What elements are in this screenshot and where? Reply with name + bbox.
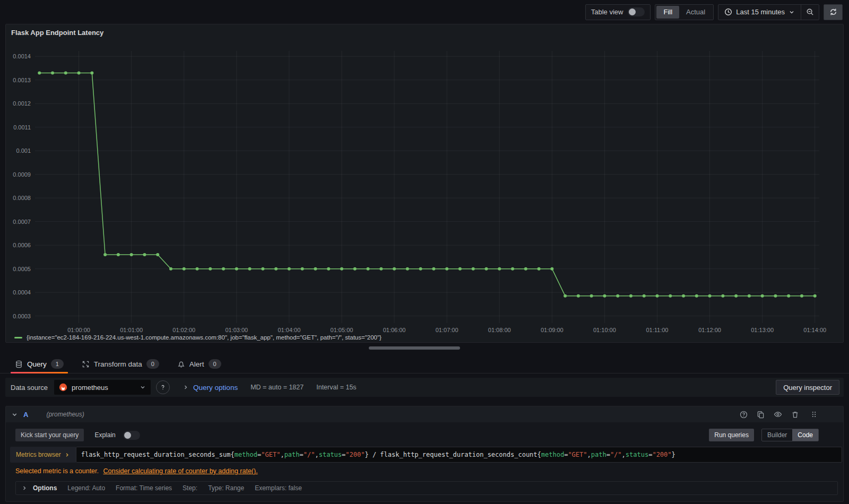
interval-summary: Interval = 15s — [316, 384, 356, 391]
counter-warning: Selected metric is a counter. Consider c… — [15, 467, 838, 475]
transform-icon — [82, 360, 90, 368]
table-view-toggle[interactable] — [628, 7, 645, 16]
svg-text:01:00:00: 01:00:00 — [67, 327, 90, 333]
options-label[interactable]: Options — [33, 484, 57, 492]
time-picker-group: Last 15 minutes — [718, 4, 819, 20]
svg-text:0.0006: 0.0006 — [13, 242, 31, 248]
tab-query-count: 1 — [51, 359, 64, 369]
option-format: Format: Time series — [116, 484, 172, 492]
query-inspector-button[interactable]: Query inspector — [776, 380, 839, 395]
svg-text:0.0014: 0.0014 — [13, 53, 31, 59]
toggle-knob — [629, 8, 636, 15]
toggle-knob — [124, 432, 131, 439]
tab-alert-label: Alert — [189, 360, 204, 368]
question-circle-icon — [740, 411, 748, 419]
angle-right-icon — [21, 485, 28, 491]
explain-label: Explain — [94, 431, 115, 439]
code-option[interactable]: Code — [792, 429, 818, 441]
actual-option[interactable]: Actual — [679, 6, 712, 19]
zoom-out-time-button[interactable] — [801, 5, 819, 20]
refresh-button[interactable] — [824, 4, 843, 20]
table-view-control: Table view — [585, 4, 651, 20]
latency-panel: Flask App Endpoint Latency 0.00140.00130… — [5, 24, 844, 343]
chevron-down-icon — [11, 411, 18, 418]
options-expand-button[interactable] — [21, 485, 28, 491]
query-row-header: A (prometheus) — [6, 406, 843, 422]
eye-icon — [774, 410, 782, 419]
grafana-panel-editor: { "toolbar": { "table_view_label": "Tabl… — [0, 0, 849, 504]
tab-transform-data[interactable]: Transform data 0 — [76, 355, 164, 373]
latency-chart-canvas[interactable]: 0.00140.00130.00120.00110.0010.00090.000… — [6, 24, 844, 333]
svg-text:01:10:00: 01:10:00 — [593, 327, 616, 333]
svg-text:0.0013: 0.0013 — [13, 77, 31, 83]
warning-hint-link[interactable]: Consider calculating rate of counter by … — [103, 467, 258, 475]
svg-text:0.0005: 0.0005 — [13, 266, 31, 272]
svg-text:01:11:00: 01:11:00 — [646, 327, 668, 333]
svg-text:0.0009: 0.0009 — [13, 171, 31, 178]
disable-query-button[interactable] — [774, 410, 782, 419]
query-ref-id[interactable]: A — [23, 411, 28, 419]
max-data-points-summary: MD = auto = 1827 — [250, 384, 304, 391]
svg-text:01:05:00: 01:05:00 — [331, 327, 353, 333]
metrics-browser-label: Metrics browser — [16, 451, 61, 458]
time-range-button[interactable]: Last 15 minutes — [718, 5, 801, 20]
query-options-toggle[interactable]: Query options — [183, 384, 238, 392]
tab-query[interactable]: Query 1 — [10, 355, 69, 373]
tab-alert-count: 0 — [209, 359, 221, 369]
chevron-down-icon — [140, 384, 146, 390]
datasource-bar: Data source prometheus Query options MD … — [5, 378, 844, 397]
builder-option[interactable]: Builder — [762, 429, 792, 441]
kick-start-query-button[interactable]: Kick start your query — [15, 429, 84, 441]
angle-right-icon — [64, 452, 70, 458]
time-range-label: Last 15 minutes — [736, 8, 785, 16]
option-step: Step: — [183, 484, 197, 492]
svg-text:0.0008: 0.0008 — [13, 195, 31, 201]
table-view-label: Table view — [591, 8, 623, 16]
option-legend: Legend: Auto — [67, 484, 105, 492]
svg-text:01:07:00: 01:07:00 — [436, 327, 458, 333]
question-circle-icon — [159, 384, 167, 391]
duplicate-query-button[interactable] — [757, 411, 765, 419]
fill-actual-switch: Fill Actual — [655, 4, 714, 20]
svg-text:0.0012: 0.0012 — [13, 100, 31, 107]
angle-right-icon — [183, 384, 189, 390]
run-queries-button[interactable]: Run queries — [709, 429, 754, 441]
query-toolbar-row: Kick start your query Explain Run querie… — [15, 429, 819, 441]
query-editor-section: A (prometheus) Kick start your query Exp… — [5, 406, 844, 502]
fill-option[interactable]: Fill — [656, 6, 679, 19]
explain-toggle[interactable] — [123, 431, 140, 440]
option-type: Type: Range — [208, 484, 244, 492]
query-row-actions — [740, 410, 818, 419]
query-help-button[interactable] — [740, 411, 748, 419]
option-exemplars: Exemplars: false — [255, 484, 302, 492]
search-minus-icon — [806, 8, 814, 16]
query-datasource-hint: (prometheus) — [46, 411, 84, 418]
remove-query-button[interactable] — [791, 411, 799, 419]
datasource-help-button[interactable] — [156, 380, 170, 394]
series-legend-label[interactable]: {instance="ec2-184-169-216-224.us-west-1… — [27, 334, 382, 341]
clock-icon — [724, 8, 732, 16]
datasource-label: Data source — [11, 384, 48, 392]
svg-text:0.0007: 0.0007 — [13, 219, 31, 225]
svg-text:0.0011: 0.0011 — [13, 124, 31, 131]
tab-query-label: Query — [27, 360, 47, 368]
trash-icon — [791, 411, 799, 419]
svg-text:01:12:00: 01:12:00 — [698, 327, 721, 333]
collapse-query-row-button[interactable] — [11, 411, 18, 418]
promql-input[interactable]: flask_http_request_duration_seconds_sum{… — [76, 447, 842, 463]
svg-text:01:14:00: 01:14:00 — [803, 327, 826, 333]
metrics-browser-button[interactable]: Metrics browser — [10, 447, 76, 463]
bell-icon — [177, 360, 185, 368]
drag-query-handle[interactable] — [810, 411, 818, 418]
svg-text:01:06:00: 01:06:00 — [383, 327, 406, 333]
datasource-picker[interactable]: prometheus — [54, 380, 151, 395]
panel-editor-toolbar: Table view Fill Actual Last 15 minutes — [0, 0, 849, 24]
svg-text:01:08:00: 01:08:00 — [488, 327, 511, 333]
tab-transform-count: 0 — [146, 359, 159, 369]
svg-text:01:09:00: 01:09:00 — [541, 327, 564, 333]
pane-resize-handle[interactable] — [369, 346, 460, 350]
svg-text:0.001: 0.001 — [16, 147, 31, 154]
chart-legend: {instance="ec2-184-169-216-224.us-west-1… — [14, 334, 382, 341]
svg-text:01:04:00: 01:04:00 — [278, 327, 300, 333]
tab-alert[interactable]: Alert 0 — [172, 355, 227, 373]
